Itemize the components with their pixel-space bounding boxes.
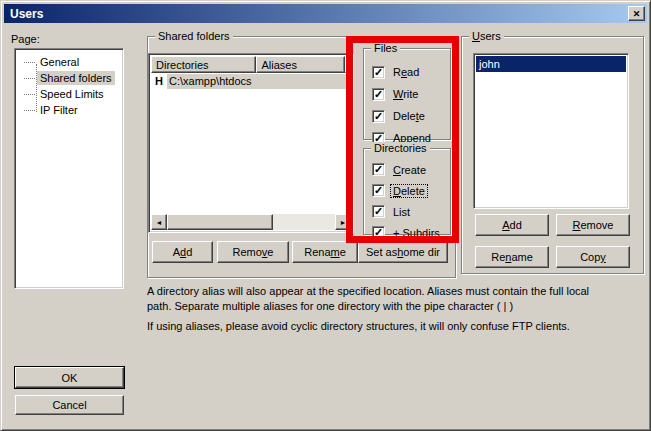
tree-item-speed-limits[interactable]: Speed Limits xyxy=(17,86,121,102)
checkbox-label: Delete xyxy=(391,185,427,197)
scroll-left-arrow-icon[interactable]: ◄ xyxy=(151,214,167,230)
tree-item-general[interactable]: General xyxy=(17,54,121,70)
rename-user-button[interactable]: Rename xyxy=(475,246,549,268)
users-group-label: Users xyxy=(469,30,504,42)
window-title: Users xyxy=(10,7,43,21)
checkbox-label: Create xyxy=(391,164,428,176)
directory-path: C:\xampp\htdocs xyxy=(167,74,351,89)
checkmark-icon: ✓ xyxy=(374,185,383,196)
checkbox-list[interactable]: ✓ List xyxy=(372,201,446,222)
close-button[interactable]: ✕ xyxy=(628,6,645,21)
checkbox-subdirs[interactable]: ✓ + Subdirs xyxy=(372,222,446,243)
checkbox-label: + Subdirs xyxy=(391,227,442,239)
directories-list: Directories Aliases H C:\xampp\htdocs ◄ … xyxy=(148,53,354,233)
tree-item-label: General xyxy=(37,55,82,69)
add-directory-button[interactable]: Add xyxy=(152,241,213,263)
scrollbar-thumb[interactable] xyxy=(167,214,273,230)
tree-item-label: Speed Limits xyxy=(37,87,107,101)
directories-group-label: Directories xyxy=(371,142,430,154)
column-header-filler xyxy=(345,56,351,73)
scroll-right-arrow-icon[interactable]: ► xyxy=(335,214,351,230)
scrollbar-track[interactable] xyxy=(273,214,335,230)
tree-item-ip-filter[interactable]: IP Filter xyxy=(17,102,121,118)
cyclic-warning-text: If using aliases, please avoid cyclic di… xyxy=(147,319,570,334)
close-icon: ✕ xyxy=(633,9,641,19)
home-dir-marker: H xyxy=(151,75,167,87)
add-user-button[interactable]: Add xyxy=(475,214,549,236)
set-as-home-dir-button[interactable]: Set as home dir xyxy=(358,241,448,263)
titlebar[interactable]: Users xyxy=(4,4,647,23)
rename-directory-button[interactable]: Rename xyxy=(292,241,358,263)
tree-connector-icon xyxy=(24,62,35,63)
checkbox-delete-file[interactable]: ✓ Delete xyxy=(372,105,446,127)
checkbox-create[interactable]: ✓ Create xyxy=(372,159,446,180)
files-group-label: Files xyxy=(371,42,400,54)
tree-item-shared-folders[interactable]: Shared folders xyxy=(17,70,121,86)
checkmark-icon: ✓ xyxy=(374,67,383,78)
checkmark-icon: ✓ xyxy=(374,227,383,238)
ok-button[interactable]: OK xyxy=(15,367,124,388)
copy-user-button[interactable]: Copy xyxy=(556,246,630,268)
list-item-user[interactable]: john xyxy=(476,56,626,72)
users-dialog: Users ✕ Page: General Shared folders Spe… xyxy=(0,0,651,431)
tree-connector-icon xyxy=(24,110,35,111)
remove-user-button[interactable]: Remove xyxy=(556,214,630,236)
checkbox-label: Delete xyxy=(391,110,427,122)
directories-groupbox: Directories ✓ Create ✓ Delete ✓ List ✓ +… xyxy=(363,148,451,235)
checkmark-icon: ✓ xyxy=(374,164,383,175)
users-list: john xyxy=(473,53,629,209)
tree-guide-line xyxy=(36,64,37,112)
shared-folders-group-label: Shared folders xyxy=(155,30,233,42)
remove-directory-button[interactable]: Remove xyxy=(217,241,289,263)
page-tree: General Shared folders Speed Limits IP F… xyxy=(14,48,124,289)
checkbox-label: Write xyxy=(391,88,420,100)
checkbox-label: List xyxy=(391,206,412,218)
alias-help-text: A directory alias will also appear at th… xyxy=(147,284,589,314)
column-header-directories[interactable]: Directories xyxy=(151,56,256,73)
files-groupbox: Files ✓ Read ✓ Write ✓ Delete ✓ Append xyxy=(363,48,451,140)
checkbox-write[interactable]: ✓ Write xyxy=(372,83,446,105)
checkmark-icon: ✓ xyxy=(374,89,383,100)
tree-connector-icon xyxy=(24,94,35,95)
checkbox-read[interactable]: ✓ Read xyxy=(372,61,446,83)
checkmark-icon: ✓ xyxy=(374,111,383,122)
column-header-aliases[interactable]: Aliases xyxy=(256,56,345,73)
checkmark-icon: ✓ xyxy=(374,206,383,217)
tree-connector-icon xyxy=(24,78,35,79)
table-row[interactable]: H C:\xampp\htdocs xyxy=(151,73,351,89)
page-label: Page: xyxy=(11,33,40,45)
horizontal-scrollbar[interactable]: ◄ ► xyxy=(151,214,351,230)
tree-item-label: IP Filter xyxy=(37,103,81,117)
tree-item-label: Shared folders xyxy=(37,71,115,85)
list-header: Directories Aliases xyxy=(151,56,351,73)
checkbox-delete-dir[interactable]: ✓ Delete xyxy=(372,180,446,201)
cancel-button[interactable]: Cancel xyxy=(15,395,124,415)
checkbox-label: Read xyxy=(391,66,421,78)
